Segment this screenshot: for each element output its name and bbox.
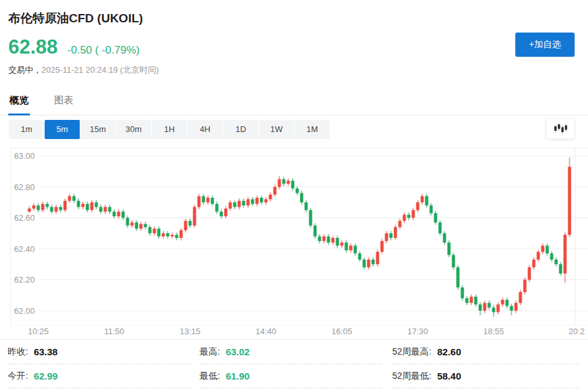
timeframe-1m[interactable]: 1m (9, 120, 45, 139)
candle-body (216, 204, 219, 212)
stats-column: 52周最高:82.6052周最低:58.40 (392, 340, 578, 388)
candle-body (483, 303, 487, 311)
candle-body (568, 166, 571, 235)
timeframe-1d[interactable]: 1D (223, 120, 259, 139)
candle-body (265, 199, 268, 202)
candle-body (274, 187, 277, 195)
y-tick-label: 62.80 (14, 182, 35, 192)
y-tick-label: 62.60 (14, 213, 35, 223)
candle-body (99, 207, 103, 212)
candle-body (46, 204, 49, 207)
stat-row: 今开:62.99 (8, 364, 191, 388)
market-status: 交易中， (8, 65, 41, 75)
candle-body (73, 196, 76, 201)
candle-body (345, 242, 348, 250)
candle-body (448, 242, 451, 255)
candle-body (131, 223, 134, 226)
stat-label: 52周最低: (392, 371, 431, 382)
candle-body (158, 228, 161, 236)
quote-row: 62.88 -0.50 ( -0.79%) (8, 36, 140, 59)
stat-label: 最高: (200, 346, 220, 358)
candle-body (376, 252, 379, 264)
tab-chart[interactable]: 图表 (53, 88, 75, 115)
candle-body (224, 209, 228, 216)
candle-body (466, 299, 469, 303)
candle-body (479, 304, 482, 311)
candle-body (144, 224, 147, 227)
stat-row: 最低:61.90 (200, 364, 382, 388)
candle-body (372, 260, 375, 264)
stat-row: 昨收:63.38 (8, 340, 191, 364)
candle-body (113, 212, 116, 216)
candle-body (162, 233, 165, 237)
tab-overview[interactable]: 概览 (8, 88, 30, 115)
candle-body (220, 212, 223, 216)
candle-body (403, 215, 406, 221)
candle-body (336, 238, 339, 246)
candle-body (180, 230, 183, 238)
candle-body (457, 267, 460, 288)
candle-body (439, 223, 442, 233)
x-axis-labels: 10:2511:5013:1514:4016:0517:3018:5520:2 (28, 327, 585, 336)
candle-body (492, 307, 496, 312)
candle-body (421, 196, 424, 203)
candle-body (117, 212, 121, 216)
candle-body (260, 198, 263, 202)
x-tick-label: 17:30 (408, 327, 429, 336)
timeframe-1w[interactable]: 1W (259, 120, 295, 139)
tab-bar: 概览图表 (0, 88, 588, 115)
candle-body (122, 212, 125, 218)
candle-body (537, 252, 540, 260)
stat-value: 63.38 (34, 346, 58, 357)
candle-body (59, 207, 62, 210)
candle-body (555, 260, 558, 264)
candle-series (28, 158, 571, 317)
candle-body (37, 205, 40, 210)
candle-body (474, 297, 478, 304)
candle-body (202, 196, 205, 203)
candle-body (524, 280, 527, 292)
candle-body (153, 228, 156, 233)
page-title: 布伦特原油CFD (UKOIL) (8, 10, 143, 27)
timeframe-30m[interactable]: 30m (116, 120, 152, 139)
y-tick-label: 62.20 (14, 275, 35, 284)
stat-value: 62.99 (34, 371, 58, 381)
timeframe-5m[interactable]: 5m (45, 120, 80, 139)
candle-body (256, 198, 259, 204)
candle-body (430, 205, 433, 213)
candlestick-chart[interactable]: 63.0062.8062.6062.4062.2062.0010:2511:50… (0, 145, 588, 339)
timeframe-1m[interactable]: 1M (295, 120, 330, 139)
candle-body (385, 233, 388, 241)
candle-body (363, 260, 366, 267)
candle-body (77, 201, 80, 207)
candle-body (528, 267, 531, 279)
add-watchlist-button[interactable]: +加自选 (515, 33, 575, 57)
candle-body (189, 221, 192, 225)
x-tick-label: 13:15 (180, 327, 201, 336)
timeframe-15m[interactable]: 15m (80, 120, 116, 139)
candle-body (501, 300, 504, 304)
candle-body (91, 202, 94, 210)
stat-row: 52周最高:82.60 (392, 340, 578, 364)
y-tick-label: 62.40 (14, 244, 35, 254)
candle-body (126, 218, 129, 226)
plot-border (11, 148, 588, 325)
x-tick-label: 14:40 (256, 327, 277, 336)
chart-style-button[interactable] (546, 119, 575, 139)
stats-column: 昨收:63.38今开:62.99 (8, 340, 191, 388)
x-tick-label: 10:25 (28, 327, 49, 336)
candle-body (108, 207, 112, 212)
stat-label: 52周最高: (392, 346, 431, 358)
market-status-row: 交易中，2025-11-21 20:24:19 (北京时间) (8, 64, 159, 76)
timeframe-1h[interactable]: 1H (152, 120, 187, 139)
candle-body (242, 201, 246, 205)
stat-row: 52周最低:58.40 (392, 364, 578, 388)
candle-body (309, 210, 312, 225)
candle-body (408, 215, 411, 218)
price-change: -0.50 ( -0.79%) (68, 44, 140, 57)
candle-body (452, 255, 455, 267)
candle-body (296, 188, 299, 193)
timeframe-4h[interactable]: 4H (187, 120, 223, 139)
candle-body (135, 223, 138, 229)
x-tick-label: 11:50 (104, 327, 124, 336)
